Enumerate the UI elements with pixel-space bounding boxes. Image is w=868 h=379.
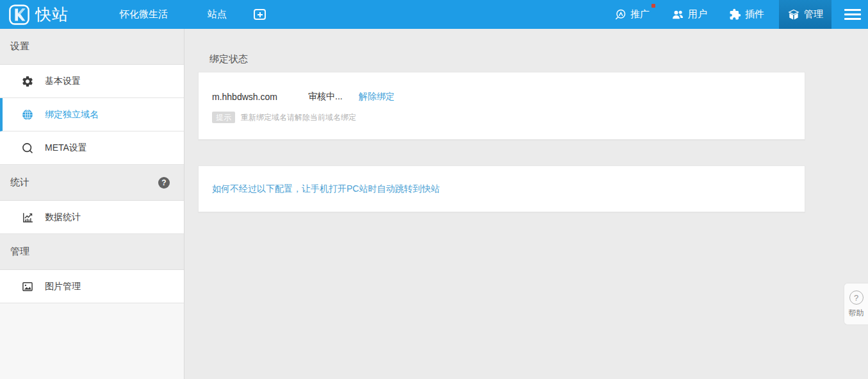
sidebar-item-meta-settings[interactable]: META设置	[0, 131, 184, 165]
sidebar-item-bind-domain[interactable]: 绑定独立域名	[0, 98, 184, 131]
tab-site[interactable]: 站点	[208, 8, 227, 21]
plus-icon	[257, 12, 263, 18]
nav-item-users[interactable]: 用户	[663, 0, 716, 29]
topbar: 快站 怀化微生活 站点 推广	[0, 0, 868, 29]
nav-item-plugins[interactable]: 插件	[721, 0, 773, 29]
main-content: 绑定状态 m.hhbdwsh.com 审核中... 解除绑定 提示 重新绑定域名…	[184, 29, 868, 379]
unbind-link[interactable]: 解除绑定	[359, 91, 395, 103]
promote-magnifier-icon	[614, 8, 626, 21]
sidebar-item-basic-settings[interactable]: 基本设置	[0, 65, 184, 98]
binding-status-card: m.hhbdwsh.com 审核中... 解除绑定 提示 重新绑定域名请解除当前…	[198, 72, 805, 140]
kuaizhan-logo-icon[interactable]	[9, 4, 29, 25]
sidebar-filler	[0, 303, 184, 379]
plugin-puzzle-icon	[729, 8, 741, 21]
binding-status-heading: 绑定状态	[209, 53, 868, 65]
chart-icon	[21, 211, 34, 224]
tip-badge: 提示	[212, 112, 235, 123]
auto-redirect-link[interactable]: 如何不经过以下配置，让手机打开PC站时自动跳转到快站	[212, 183, 439, 195]
section-title: 统计	[10, 176, 29, 189]
nav-label: 管理	[804, 8, 823, 21]
sidebar-item-label: 数据统计	[45, 212, 81, 223]
users-icon	[671, 8, 684, 21]
sidebar-item-data-statistics[interactable]: 数据统计	[0, 201, 184, 234]
notification-badge	[651, 4, 655, 8]
redirect-config-card: 如何不经过以下配置，让手机打开PC站时自动跳转到快站	[198, 165, 805, 212]
image-icon	[21, 280, 34, 293]
sidebar-section-statistics: 统计 ?	[0, 165, 184, 201]
nav-item-promote[interactable]: 推广	[605, 0, 658, 29]
page-layout: 设置 基本设置	[0, 29, 868, 379]
sidebar-item-label: 基本设置	[45, 76, 81, 87]
sidebar-section-manage: 管理	[0, 234, 184, 270]
section-title: 管理	[10, 246, 29, 258]
question-circle-icon[interactable]: ?	[158, 177, 170, 189]
sidebar-item-label: 绑定独立域名	[45, 109, 99, 121]
sidebar-item-image-manage[interactable]: 图片管理	[0, 270, 184, 303]
sidebar-section-settings: 设置	[0, 29, 184, 65]
topbar-nav: 推广 用户 插件	[600, 0, 868, 29]
question-icon: ?	[849, 291, 864, 305]
tip-text: 重新绑定域名请解除当前域名绑定	[241, 112, 356, 123]
binding-row: m.hhbdwsh.com 审核中... 解除绑定	[212, 91, 791, 103]
search-icon	[21, 142, 34, 155]
add-site-button[interactable]	[254, 9, 266, 20]
brand-title[interactable]: 快站	[35, 4, 69, 25]
hamburger-menu-icon[interactable]	[840, 5, 865, 24]
tip-row: 提示 重新绑定域名请解除当前域名绑定	[212, 112, 791, 123]
help-widget[interactable]: ? 帮助	[844, 283, 868, 325]
sidebar-item-label: 图片管理	[45, 281, 81, 292]
review-status-text: 审核中...	[308, 91, 359, 103]
gear-icon	[21, 75, 34, 88]
cube-icon	[787, 8, 800, 21]
globe-icon	[21, 108, 34, 121]
section-title: 设置	[10, 40, 29, 53]
nav-label: 推广	[630, 8, 650, 21]
current-site-name[interactable]: 怀化微生活	[120, 8, 168, 21]
sidebar-item-label: META设置	[45, 142, 87, 154]
nav-item-manage[interactable]: 管理	[779, 0, 831, 29]
nav-label: 插件	[745, 8, 764, 21]
nav-label: 用户	[688, 8, 707, 21]
bound-domain-value: m.hhbdwsh.com	[212, 92, 308, 102]
help-label: 帮助	[849, 308, 864, 319]
settings-sidebar: 设置 基本设置	[0, 29, 184, 379]
